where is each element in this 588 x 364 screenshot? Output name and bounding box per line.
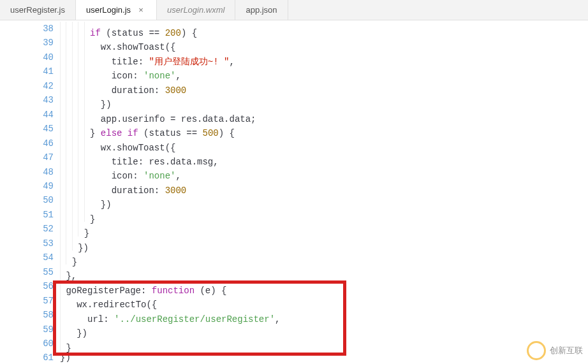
tab-label: app.json xyxy=(246,5,277,15)
line-number: 41 xyxy=(18,64,60,78)
code-line[interactable]: if (status == 200) { xyxy=(60,22,588,36)
logo-icon xyxy=(527,341,546,360)
line-number: 38 xyxy=(18,22,60,36)
editor: 3839404142434445464748495051525354555657… xyxy=(0,20,588,364)
code-line[interactable]: } xyxy=(60,208,588,222)
line-number: 58 xyxy=(18,308,60,322)
tab-userlogin-wxml[interactable]: userLogin.wxml xyxy=(157,0,235,20)
line-number: 57 xyxy=(18,294,60,308)
code-line[interactable]: } xyxy=(60,251,588,265)
code-line[interactable]: duration: 3000 xyxy=(60,79,588,93)
line-number: 45 xyxy=(18,122,60,136)
line-number: 56 xyxy=(18,279,60,293)
code-line[interactable]: title: "用户登陆成功~! ", xyxy=(60,50,588,64)
line-number: 61 xyxy=(18,351,60,364)
code-line[interactable]: icon: 'none', xyxy=(60,64,588,78)
line-number: 51 xyxy=(18,208,60,222)
line-number: 60 xyxy=(18,337,60,351)
watermark: 创新互联 xyxy=(527,341,583,360)
line-number: 50 xyxy=(18,193,60,207)
code-line[interactable]: wx.showToast({ xyxy=(60,136,588,150)
line-number: 59 xyxy=(18,323,60,337)
line-number: 43 xyxy=(18,93,60,107)
close-icon[interactable]: × xyxy=(136,5,146,15)
code-line[interactable]: }, xyxy=(60,265,588,279)
code-line[interactable]: }) xyxy=(60,237,588,251)
tab-userlogin-js[interactable]: userLogin.js × xyxy=(76,0,157,20)
line-number: 54 xyxy=(18,251,60,265)
code-area[interactable]: if (status == 200) { wx.showToast({ titl… xyxy=(60,20,588,364)
code-line[interactable]: wx.redirectTo({ xyxy=(60,293,588,307)
line-number: 52 xyxy=(18,222,60,236)
tab-app-json[interactable]: app.json xyxy=(235,0,288,20)
line-number: 42 xyxy=(18,79,60,93)
code-line[interactable]: } xyxy=(60,337,588,351)
line-number: 53 xyxy=(18,237,60,251)
line-number: 46 xyxy=(18,136,60,150)
code-line[interactable]: icon: 'none', xyxy=(60,164,588,178)
watermark-text: 创新互联 xyxy=(550,345,583,356)
code-line[interactable]: duration: 3000 xyxy=(60,179,588,193)
code-line[interactable]: }) xyxy=(60,351,588,364)
line-number: 47 xyxy=(18,150,60,164)
tab-userregister-js[interactable]: userRegister.js xyxy=(0,0,76,20)
tab-bar: userRegister.js userLogin.js × userLogin… xyxy=(0,0,588,20)
tab-label: userLogin.js xyxy=(86,5,131,15)
breakpoint-gutter[interactable] xyxy=(0,20,18,364)
code-line[interactable]: } xyxy=(60,222,588,236)
line-number: 40 xyxy=(18,50,60,64)
tab-label: userRegister.js xyxy=(10,5,65,15)
line-number: 49 xyxy=(18,179,60,193)
code-line[interactable]: title: res.data.msg, xyxy=(60,150,588,164)
line-number: 55 xyxy=(18,265,60,279)
code-line[interactable]: } else if (status == 500) { xyxy=(60,122,588,136)
code-line[interactable]: goRegisterPage: function (e) { xyxy=(60,279,588,293)
code-line[interactable]: url: '../userRegister/userRegister', xyxy=(60,308,588,322)
code-line[interactable]: wx.showToast({ xyxy=(60,36,588,50)
line-number: 44 xyxy=(18,108,60,122)
tab-label: userLogin.wxml xyxy=(167,5,224,15)
line-number: 39 xyxy=(18,36,60,50)
line-number: 48 xyxy=(18,165,60,179)
line-number-gutter: 3839404142434445464748495051525354555657… xyxy=(18,20,60,364)
code-line[interactable]: app.userinfo = res.data.data; xyxy=(60,108,588,122)
